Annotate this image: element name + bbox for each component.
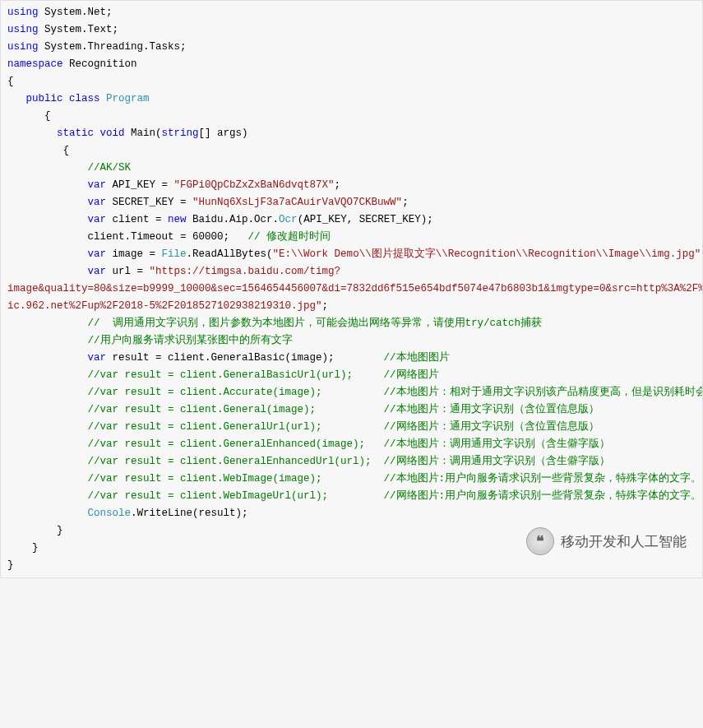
code-line: namespace Recognition bbox=[7, 56, 696, 73]
code-token: //var result = client.GeneralBasicUrl(ur… bbox=[88, 369, 439, 381]
code-token: } bbox=[7, 525, 63, 536]
code-token: result = client.GeneralBasic(image); bbox=[106, 352, 384, 364]
code-line: var result = client.GeneralBasic(image);… bbox=[7, 350, 696, 367]
code-token: API_KEY = bbox=[106, 179, 174, 191]
code-token bbox=[7, 162, 88, 174]
code-token bbox=[7, 490, 88, 502]
code-token: string bbox=[162, 128, 199, 139]
code-token: void bbox=[100, 128, 125, 139]
code-line: //var result = client.GeneralBasicUrl(ur… bbox=[7, 367, 696, 384]
code-token bbox=[7, 266, 88, 277]
code-token bbox=[7, 197, 88, 208]
code-line: { bbox=[7, 108, 696, 125]
code-line: //var result = client.GeneralUrl(url); /… bbox=[7, 419, 696, 436]
code-token: //var result = client.GeneralEnhanced(im… bbox=[88, 438, 610, 450]
code-token bbox=[7, 318, 88, 329]
code-line: //var result = client.WebImage(image); /… bbox=[7, 471, 696, 488]
code-token: System.Text; bbox=[39, 24, 119, 35]
code-token: .ReadAllBytes( bbox=[187, 248, 273, 260]
code-token bbox=[7, 352, 88, 364]
code-token: { bbox=[7, 76, 14, 87]
code-token: ; bbox=[322, 300, 329, 312]
code-token bbox=[7, 473, 88, 485]
code-token bbox=[7, 438, 88, 450]
code-token: image = bbox=[106, 248, 162, 260]
code-token: 60000 bbox=[192, 231, 224, 243]
code-token: namespace bbox=[7, 58, 63, 70]
code-line: //AK/SK bbox=[7, 160, 696, 177]
code-token: client = bbox=[106, 214, 168, 225]
code-line: //用户向服务请求识别某张图中的所有文字 bbox=[7, 332, 696, 350]
code-token: //var result = client.GeneralUrl(url); /… bbox=[88, 421, 599, 433]
code-token: File bbox=[162, 248, 187, 260]
code-token: (API_KEY, SECRET_KEY); bbox=[298, 214, 433, 225]
code-token: "E:\\Work Demo\\图片提取文字\\Recognition\\Rec… bbox=[273, 248, 701, 260]
code-token: using bbox=[7, 24, 39, 35]
code-token: Recognition bbox=[63, 58, 137, 70]
code-token: //AK/SK bbox=[88, 162, 132, 174]
code-token: // 修改超时时间 bbox=[248, 231, 331, 243]
code-token: new bbox=[168, 214, 187, 225]
code-token: System.Net; bbox=[39, 7, 113, 18]
code-token: .WriteLine(result); bbox=[131, 508, 248, 519]
code-token: System.Threading.Tasks; bbox=[39, 41, 187, 53]
code-token: ; bbox=[224, 231, 248, 243]
code-token bbox=[7, 128, 57, 139]
code-token bbox=[7, 421, 88, 433]
code-token: Console bbox=[88, 508, 132, 519]
code-token bbox=[7, 404, 88, 415]
code-token bbox=[63, 93, 70, 104]
code-token bbox=[7, 214, 88, 225]
code-line: var image = File.ReadAllBytes("E:\\Work … bbox=[7, 246, 696, 263]
code-token: image&quality=80&size=b9999_10000&sec=15… bbox=[7, 283, 703, 294]
code-token: ic.962.net%2Fup%2F2018-5%2F2018527102938… bbox=[7, 300, 322, 312]
code-token: SECRET_KEY = bbox=[106, 197, 192, 208]
code-token: class bbox=[69, 93, 100, 104]
code-token: Ocr bbox=[279, 214, 298, 225]
code-token: //var result = client.Accurate(image); /… bbox=[88, 387, 703, 398]
code-line: using System.Threading.Tasks; bbox=[7, 39, 696, 56]
code-line: //var result = client.Accurate(image); /… bbox=[7, 384, 696, 401]
code-token: // 调用通用文字识别，图片参数为本地图片，可能会抛出网络等异常，请使用try/… bbox=[88, 318, 543, 329]
code-token: "https://timgsa.baidu.com/timg? bbox=[150, 266, 341, 277]
code-line: { bbox=[7, 73, 696, 90]
code-line: image&quality=80&size=b9999_10000&sec=15… bbox=[7, 281, 696, 298]
code-token: using bbox=[7, 41, 39, 53]
code-token: //var result = client.GeneralEnhancedUrl… bbox=[88, 456, 610, 467]
code-line: //var result = client.GeneralEnhancedUrl… bbox=[7, 453, 696, 471]
code-token: "HunNq6XsLjF3a7aCAuirVaVQO7CKBuwW" bbox=[192, 197, 402, 208]
code-token bbox=[7, 93, 26, 104]
code-token: //var result = client.WebImage(image); /… bbox=[88, 473, 702, 485]
code-token: Program bbox=[106, 93, 150, 104]
code-line: using System.Text; bbox=[7, 21, 696, 39]
code-token: //用户向服务请求识别某张图中的所有文字 bbox=[88, 335, 293, 346]
code-token: var bbox=[88, 248, 107, 260]
code-token: url = bbox=[106, 266, 150, 277]
code-token: [] args) bbox=[199, 128, 248, 139]
code-token: client.Timeout = bbox=[7, 231, 192, 243]
code-line: Console.WriteLine(result); bbox=[7, 505, 696, 522]
code-token bbox=[7, 387, 88, 398]
code-line: } bbox=[7, 540, 696, 557]
code-token: public bbox=[26, 93, 63, 104]
code-line: //var result = client.GeneralEnhanced(im… bbox=[7, 436, 696, 453]
code-line: //var result = client.General(image); //… bbox=[7, 401, 696, 419]
code-line: } bbox=[7, 522, 696, 540]
code-token bbox=[7, 179, 88, 191]
code-token: using bbox=[7, 7, 39, 18]
code-line: } bbox=[7, 557, 696, 574]
code-line: var url = "https://timgsa.baidu.com/timg… bbox=[7, 263, 696, 281]
code-line: static void Main(string[] args) bbox=[7, 125, 696, 142]
code-line: var API_KEY = "FGPi0QpCbZxZxBaN6dvqt87X"… bbox=[7, 177, 696, 194]
code-line: // 调用通用文字识别，图片参数为本地图片，可能会抛出网络等异常，请使用try/… bbox=[7, 315, 696, 332]
code-token bbox=[7, 248, 88, 260]
code-block: using System.Net;using System.Text;using… bbox=[0, 0, 703, 578]
code-token: var bbox=[88, 266, 107, 277]
code-token: } bbox=[7, 559, 14, 571]
code-token bbox=[7, 508, 88, 519]
code-line: var client = new Baidu.Aip.Ocr.Ocr(API_K… bbox=[7, 211, 696, 229]
code-token: ; bbox=[335, 179, 341, 191]
code-token bbox=[7, 335, 88, 346]
code-token: var bbox=[88, 214, 107, 225]
code-token: static bbox=[57, 128, 94, 139]
